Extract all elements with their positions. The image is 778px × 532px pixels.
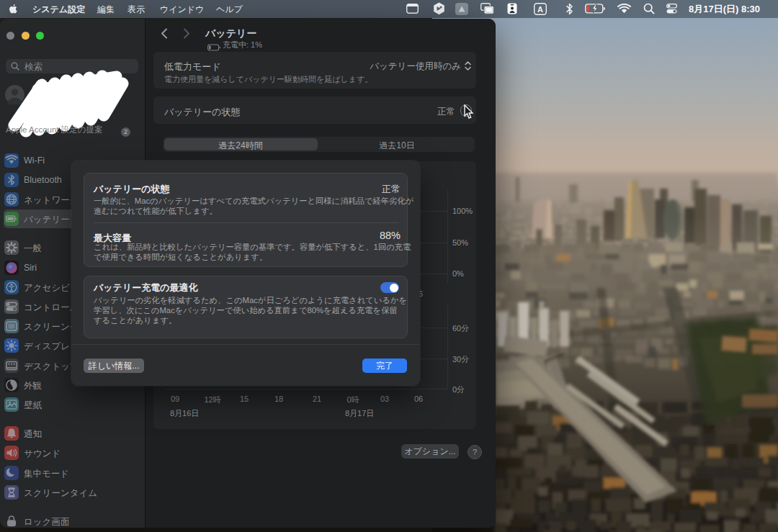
svg-text:A: A (537, 5, 543, 14)
